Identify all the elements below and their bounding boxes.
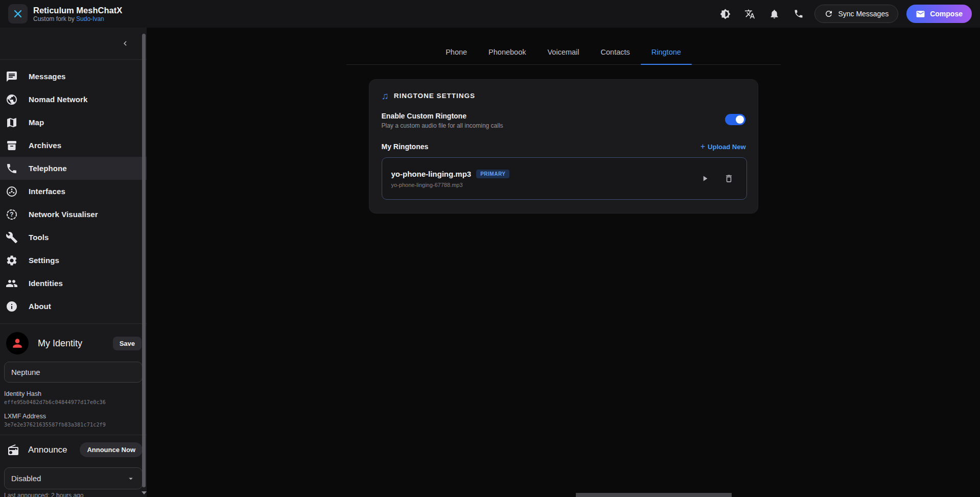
app-subtitle: Custom fork by Sudo-Ivan	[33, 15, 122, 23]
sidebar-collapse-row	[0, 28, 147, 59]
archive-icon	[6, 139, 18, 152]
enable-custom-ringtone-toggle[interactable]	[725, 114, 745, 125]
announce-now-button[interactable]: Announce Now	[80, 442, 143, 457]
wrench-icon	[6, 231, 18, 244]
my-identity-section: My Identity Save Identity Hash effe95b04…	[0, 332, 147, 428]
sidebar-item-label: Network Visualiser	[29, 210, 98, 219]
tab-voicemail[interactable]: Voicemail	[536, 42, 590, 64]
announce-interval-value: Disabled	[11, 474, 41, 483]
upload-new-label: Upload New	[708, 143, 745, 151]
sidebar-item-network-visualiser[interactable]: ? Network Visualiser	[0, 203, 147, 226]
enable-custom-ringtone-title: Enable Custom Ringtone	[382, 111, 725, 121]
sync-messages-button[interactable]: Sync Messages	[814, 5, 898, 23]
sidebar-item-label: Telephone	[29, 164, 67, 173]
identity-hash-field: Identity Hash effe95b0482d7b6c04844977d1…	[4, 390, 143, 405]
sidebar-item-nomad-network[interactable]: Nomad Network	[0, 88, 147, 111]
phone-icon[interactable]	[790, 5, 807, 22]
chat-icon	[6, 70, 18, 83]
sidebar-item-tools[interactable]: Tools	[0, 226, 147, 249]
compose-label: Compose	[930, 10, 963, 18]
upload-new-button[interactable]: + Upload New	[701, 143, 746, 151]
telephone-tabs: Phone Phonebook Voicemail Contacts Ringt…	[346, 28, 781, 65]
sidebar-item-settings[interactable]: Settings	[0, 249, 147, 272]
announce-label: Announce	[28, 445, 67, 455]
sidebar-item-map[interactable]: Map	[0, 111, 147, 134]
sidebar-scrollbar-down-arrow[interactable]	[142, 491, 147, 494]
info-icon	[6, 300, 18, 313]
my-identity-title: My Identity	[38, 338, 82, 349]
enable-custom-ringtone-row: Enable Custom Ringtone Play a custom aud…	[382, 111, 747, 129]
sidebar-item-label: Archives	[29, 141, 61, 150]
plus-icon: +	[701, 143, 705, 150]
gear-icon	[6, 254, 18, 267]
ringtone-settings-card: ♫ RINGTONE SETTINGS Enable Custom Ringto…	[369, 79, 758, 214]
trash-icon	[724, 174, 734, 183]
ringtone-settings-title: RINGTONE SETTINGS	[394, 92, 475, 100]
sidebar-item-archives[interactable]: Archives	[0, 134, 147, 157]
sidebar-item-about[interactable]: About	[0, 295, 147, 318]
app-titles: Reticulum MeshChatX Custom fork by Sudo-…	[33, 5, 122, 23]
brightness-icon[interactable]	[716, 5, 734, 22]
announce-interval-select[interactable]: Disabled	[4, 467, 143, 489]
sidebar-item-interfaces[interactable]: Interfaces	[0, 180, 147, 203]
toggle-knob	[736, 115, 744, 124]
sidebar-item-label: Messages	[29, 72, 66, 81]
play-icon	[701, 174, 709, 183]
globe-icon	[6, 93, 18, 106]
app-title: Reticulum MeshChatX	[33, 5, 122, 15]
chevron-down-icon	[126, 474, 135, 483]
top-bar: Reticulum MeshChatX Custom fork by Sudo-…	[0, 0, 980, 28]
identity-name-input[interactable]	[4, 362, 143, 383]
svg-text:?: ?	[10, 211, 13, 218]
ringtone-list-item: yo-phone-linging.mp3 PRIMARY yo-phone-li…	[382, 157, 747, 200]
sidebar-item-label: Tools	[29, 233, 49, 242]
x-logo-icon	[13, 9, 23, 19]
sidebar-item-label: Interfaces	[29, 187, 65, 196]
sidebar-item-label: Identities	[29, 279, 63, 288]
translate-icon[interactable]	[741, 5, 758, 22]
horizontal-scrollbar[interactable]	[576, 493, 732, 497]
sidebar: Messages Nomad Network Map Archives Tele…	[0, 28, 147, 497]
lxmf-address-field: LXMF Address 3e7e2e37621635587fb83a381c7…	[4, 413, 143, 428]
announce-section: Announce Announce Now	[0, 435, 147, 457]
sidebar-nav: Messages Nomad Network Map Archives Tele…	[0, 60, 147, 318]
save-button[interactable]: Save	[113, 337, 142, 350]
envelope-icon	[916, 9, 925, 19]
lxmf-address-value: 3e7e2e37621635587fb83a381c71c2f9	[4, 422, 143, 428]
collapse-sidebar-icon[interactable]	[118, 36, 132, 51]
ringtone-name: yo-phone-linging.mp3	[391, 170, 472, 178]
map-icon	[6, 116, 18, 129]
header-actions: Sync Messages Compose	[716, 5, 972, 23]
ringtone-filename: yo-phone-linging-67788.mp3	[391, 182, 699, 188]
last-announced-text: Last announced: 2 hours ago	[4, 492, 143, 497]
refresh-icon	[824, 9, 833, 18]
main-content: Phone Phonebook Voicemail Contacts Ringt…	[147, 28, 980, 497]
compose-button[interactable]: Compose	[906, 5, 972, 23]
author-link[interactable]: Sudo-Ivan	[76, 15, 104, 22]
enable-custom-ringtone-subtitle: Play a custom audio file for all incomin…	[382, 122, 725, 129]
identity-hash-value: effe95b0482d7b6c04844977d17e0c36	[4, 399, 143, 405]
sidebar-item-messages[interactable]: Messages	[0, 65, 147, 88]
hub-icon	[6, 185, 18, 198]
tab-ringtone[interactable]: Ringtone	[641, 42, 692, 64]
network-icon: ?	[6, 208, 18, 221]
sidebar-item-telephone[interactable]: Telephone	[0, 157, 147, 180]
sidebar-item-label: About	[29, 302, 51, 311]
app-logo[interactable]	[8, 4, 28, 23]
sync-messages-label: Sync Messages	[838, 10, 889, 18]
sidebar-scrollbar[interactable]	[142, 34, 146, 487]
delete-ringtone-button[interactable]	[723, 173, 735, 185]
tab-contacts[interactable]: Contacts	[590, 42, 641, 64]
radio-icon	[7, 444, 19, 456]
sidebar-item-identities[interactable]: Identities	[0, 272, 147, 295]
person-icon	[11, 337, 24, 350]
bell-icon[interactable]	[765, 5, 783, 22]
sidebar-divider-identity	[0, 323, 147, 324]
play-ringtone-button[interactable]	[699, 173, 711, 185]
tab-phonebook[interactable]: Phonebook	[478, 42, 536, 64]
sidebar-item-label: Settings	[29, 256, 59, 265]
sidebar-item-label: Map	[29, 118, 44, 127]
avatar[interactable]	[6, 332, 29, 354]
tab-phone[interactable]: Phone	[435, 42, 478, 64]
lxmf-address-label: LXMF Address	[4, 413, 143, 420]
